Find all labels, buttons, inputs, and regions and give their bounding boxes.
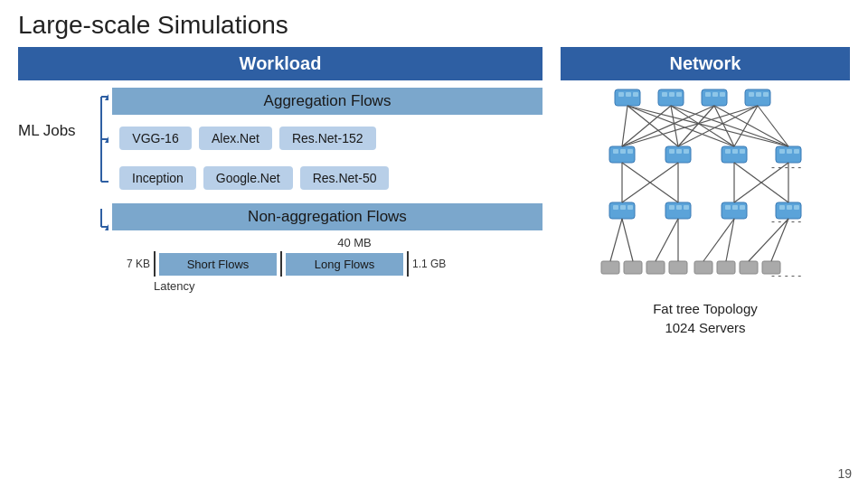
- svg-rect-22: [749, 92, 754, 97]
- vgg-pill: VGG-16: [119, 127, 192, 150]
- svg-rect-58: [787, 205, 792, 210]
- workload-section: Workload ML Jobs: [18, 47, 542, 337]
- svg-rect-15: [633, 92, 638, 97]
- short-flows-box: Short Flows: [159, 253, 277, 276]
- svg-rect-59: [794, 205, 799, 210]
- svg-line-71: [627, 106, 788, 146]
- svg-rect-62: [646, 261, 665, 274]
- flows-bar-row: 7 KB Short Flows Long Flows 1.1 GB: [112, 251, 542, 277]
- svg-rect-33: [676, 149, 682, 154]
- svg-rect-46: [722, 202, 747, 219]
- svg-rect-30: [620, 149, 626, 154]
- svg-rect-9: [615, 89, 640, 106]
- fat-tree-label: Fat tree Topology 1024 Servers: [653, 299, 758, 337]
- inception-pill: Inception: [119, 166, 196, 190]
- svg-rect-57: [779, 205, 785, 210]
- googlenet-pill: Google.Net: [203, 166, 293, 190]
- svg-rect-19: [705, 92, 711, 97]
- svg-rect-37: [740, 149, 745, 154]
- svg-line-94: [656, 219, 678, 261]
- svg-rect-23: [756, 92, 761, 97]
- svg-line-72: [622, 106, 671, 146]
- svg-rect-61: [624, 261, 642, 274]
- svg-rect-63: [669, 261, 687, 274]
- svg-rect-65: [717, 261, 735, 274]
- svg-rect-47: [776, 202, 801, 219]
- svg-line-68: [622, 106, 627, 146]
- svg-rect-32: [669, 149, 675, 154]
- flows-bar-area: 40 MB 7 KB Short Flows Long Flows 1.1 GB: [112, 236, 542, 293]
- svg-rect-20: [712, 92, 718, 97]
- svg-rect-13: [618, 92, 624, 97]
- svg-rect-64: [694, 261, 712, 274]
- svg-rect-55: [732, 205, 738, 210]
- fat-tree-diagram: - - - - - - - - - - - - - - -: [597, 80, 814, 297]
- svg-rect-14: [626, 92, 631, 97]
- svg-line-98: [749, 219, 788, 261]
- resnet50-pill: Res.Net-50: [300, 166, 390, 190]
- svg-rect-17: [669, 92, 675, 97]
- pills-row-2: Inception Google.Net Res.Net-50: [119, 166, 542, 190]
- svg-rect-16: [662, 92, 667, 97]
- svg-rect-24: [763, 92, 769, 97]
- svg-rect-54: [725, 205, 731, 210]
- nonagg-header: Non-aggregation Flows: [112, 203, 542, 230]
- svg-rect-45: [665, 202, 691, 219]
- main-content: Workload ML Jobs: [0, 47, 868, 337]
- svg-rect-29: [613, 149, 618, 154]
- long-flows-box: Long Flows: [286, 253, 403, 276]
- svg-rect-25: [609, 146, 635, 163]
- svg-rect-38: [779, 149, 785, 154]
- ml-jobs-label: ML Jobs: [18, 122, 76, 140]
- page-number: 19: [837, 466, 852, 481]
- pills-row-1: VGG-16 Alex.Net Res.Net-152: [119, 127, 542, 150]
- 11gb-label: 1.1 GB: [412, 258, 448, 270]
- svg-rect-35: [725, 149, 731, 154]
- svg-rect-21: [720, 92, 725, 97]
- svg-rect-34: [684, 149, 689, 154]
- svg-line-92: [610, 219, 622, 261]
- nonagg-arrow-icon: [83, 207, 108, 234]
- svg-rect-60: [601, 261, 619, 274]
- network-header: Network: [561, 47, 850, 80]
- resnet152-pill: Res.Net-152: [279, 127, 376, 150]
- svg-rect-49: [620, 205, 626, 210]
- network-section: Network: [561, 47, 850, 337]
- latency-label: Latency: [154, 279, 195, 293]
- svg-line-93: [622, 219, 633, 261]
- svg-rect-39: [787, 149, 792, 154]
- svg-rect-67: [762, 261, 780, 274]
- svg-rect-31: [627, 149, 633, 154]
- svg-rect-26: [665, 146, 691, 163]
- 40mb-label: 40 MB: [283, 236, 372, 249]
- svg-rect-10: [658, 89, 684, 106]
- svg-rect-12: [745, 89, 770, 106]
- alexnet-pill: Alex.Net: [199, 127, 272, 150]
- svg-rect-66: [740, 261, 758, 274]
- svg-rect-18: [676, 92, 682, 97]
- bracket-icon: [83, 89, 108, 189]
- svg-rect-48: [613, 205, 618, 210]
- svg-rect-52: [676, 205, 682, 210]
- svg-rect-56: [740, 205, 745, 210]
- svg-rect-53: [684, 205, 689, 210]
- workload-header: Workload: [18, 47, 542, 80]
- svg-rect-27: [722, 146, 747, 163]
- aggregation-header: Aggregation Flows: [112, 88, 542, 115]
- svg-rect-36: [732, 149, 738, 154]
- svg-rect-11: [702, 89, 727, 106]
- svg-rect-40: [794, 149, 799, 154]
- 7kb-label: 7 KB: [121, 258, 150, 270]
- svg-line-73: [671, 106, 678, 146]
- svg-rect-44: [609, 202, 635, 219]
- page-title: Large-scale Simulations: [0, 0, 868, 47]
- svg-rect-51: [669, 205, 675, 210]
- svg-rect-50: [627, 205, 633, 210]
